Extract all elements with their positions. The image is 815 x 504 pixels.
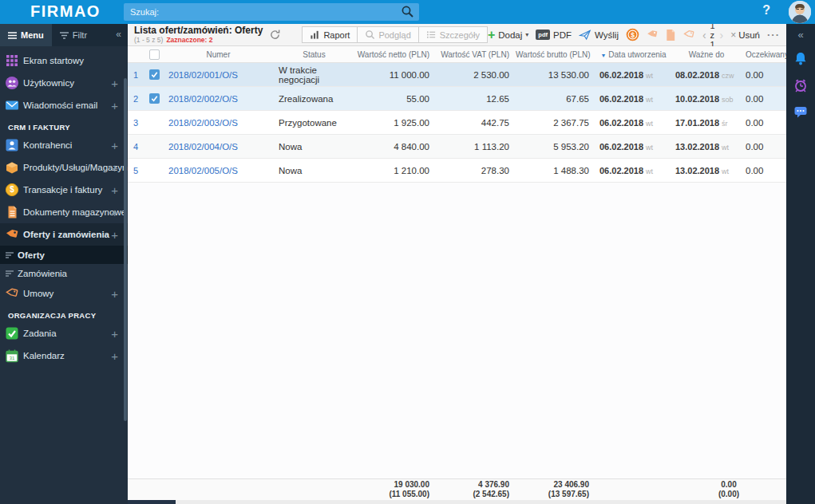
row-checkbox-checked[interactable] — [149, 93, 160, 104]
alarm-clock-icon[interactable] — [793, 77, 809, 93]
sidebar-collapse-icon[interactable]: « — [116, 29, 121, 40]
page-prev-icon[interactable]: ‹ — [702, 29, 706, 41]
sidebar-subitem-label: Zamówienia — [18, 269, 67, 278]
sidebar-item-wiadomosci-email[interactable]: Wiadomości email + — [0, 94, 128, 116]
main-content: Lista ofert/zamówień: Oferty (1 - 5 z 5)… — [128, 24, 786, 504]
report-button[interactable]: Raport — [302, 26, 358, 43]
sidebar-item-oferty-i-zamowienia[interactable]: Oferty i zamówienia + — [0, 223, 128, 246]
offer-number-link[interactable]: 2018/02/005/O/S — [164, 166, 272, 175]
header-netto[interactable]: Wartość netto (PLN) — [356, 50, 436, 59]
sidebar-item-ekran-startowy[interactable]: Ekran startowy — [0, 49, 128, 72]
chat-bubble-icon[interactable] — [793, 104, 809, 120]
sidebar-item-label: Wiadomości email — [23, 100, 97, 110]
offer-status: Zrealizowana — [272, 94, 356, 104]
details-button[interactable]: Szczegóły — [418, 26, 488, 43]
sidebar-item-dokumenty-magazynowe[interactable]: Dokumenty magazynowe + — [0, 201, 128, 223]
send-button[interactable]: Wyślij — [579, 29, 619, 41]
header-created[interactable]: ▼Data utworzenia — [595, 50, 671, 59]
record-range: (1 - 5 z 5)Zaznaczone: 2 — [134, 35, 263, 45]
table-row[interactable]: 4 2018/02/004/O/S Nowa 4 840.00 1 113.20… — [128, 135, 786, 159]
offer-number-link[interactable]: 2018/02/002/O/S — [164, 94, 272, 104]
pdf-button[interactable]: pdf PDF — [536, 30, 572, 40]
sidebar-item-uzytkownicy[interactable]: Użytkownicy + — [0, 72, 128, 94]
add-icon[interactable]: + — [111, 161, 118, 175]
document-icon[interactable] — [665, 29, 676, 41]
details-list-icon — [426, 30, 437, 40]
help-icon[interactable]: ? — [762, 3, 770, 18]
tab-filter[interactable]: Filtr — [52, 24, 95, 46]
row-checkbox-checked[interactable] — [149, 69, 160, 80]
summary-row: 19 030.00(11 055.00) 4 376.90(2 542.65) … — [128, 478, 786, 500]
user-avatar[interactable] — [789, 1, 811, 23]
bar-chart-icon — [310, 30, 320, 40]
svg-text:$: $ — [10, 185, 14, 194]
pdf-label: PDF — [553, 30, 572, 40]
offer-vat: 442.75 — [436, 118, 516, 128]
add-icon[interactable]: + — [111, 228, 118, 242]
search-input[interactable] — [124, 7, 401, 17]
global-search[interactable] — [124, 3, 419, 21]
sidebar-item-kalendarz[interactable]: 31 Kalendarz + — [0, 345, 128, 367]
select-all-checkbox[interactable] — [149, 49, 160, 60]
panel-collapse-icon[interactable]: « — [797, 29, 803, 41]
offer-valid: 10.02.2018sob — [671, 94, 742, 104]
table-row[interactable]: 5 2018/02/005/O/S Nowa 1 210.00 278.30 1… — [128, 159, 786, 183]
add-icon[interactable]: + — [111, 139, 118, 152]
add-button[interactable]: + Dodaj ▾ — [488, 30, 528, 41]
offer-vat: 12.65 — [436, 94, 516, 104]
offer-number-link[interactable]: 2018/02/001/O/S — [164, 70, 272, 80]
header-valid[interactable]: Ważne do — [671, 50, 742, 59]
details-label: Szczegóły — [440, 30, 480, 40]
sidebar-item-transakcje[interactable]: $ Transakcje i faktury + — [0, 179, 128, 201]
add-icon[interactable]: + — [111, 287, 118, 301]
table-row[interactable]: 3 2018/02/003/O/S Przygotowane 1 925.00 … — [128, 111, 786, 135]
sidebar-item-zadania[interactable]: Zadania + — [0, 322, 128, 345]
add-icon[interactable]: + — [111, 183, 118, 197]
preview-magnifier-icon — [365, 30, 375, 40]
header-numer[interactable]: Numer — [164, 50, 272, 59]
sidebar-item-produkty[interactable]: Produkty/Usługi/Magazyn + — [0, 156, 128, 179]
add-icon[interactable]: + — [111, 99, 118, 112]
table-row[interactable]: 1 2018/02/001/O/S W trakcie negocjacji 1… — [128, 63, 786, 87]
offer-number-link[interactable]: 2018/02/003/O/S — [164, 118, 272, 128]
sidebar-item-label: Kontrahenci — [23, 140, 72, 150]
add-icon[interactable]: + — [111, 349, 118, 363]
offer-number-link[interactable]: 2018/02/004/O/S — [164, 142, 272, 152]
header-status[interactable]: Status — [272, 50, 356, 59]
pdf-badge-icon: pdf — [536, 30, 550, 40]
refresh-icon[interactable] — [269, 29, 281, 41]
offer-expected: 0.00 — [742, 142, 786, 152]
header-brutto[interactable]: Wartość brutto (PLN) — [516, 50, 595, 59]
more-actions-icon[interactable]: ··· — [767, 29, 780, 41]
horizontal-scrollbar[interactable] — [128, 500, 786, 504]
tag-icon[interactable] — [646, 29, 659, 41]
table-row[interactable]: 2 2018/02/002/O/S Zrealizowana 55.00 12.… — [128, 87, 786, 111]
preview-button[interactable]: Podgląd — [357, 26, 418, 43]
sidebar-item-label: Oferty i zamówienia — [23, 230, 109, 239]
search-icon[interactable] — [401, 5, 415, 19]
notifications-bell-icon[interactable] — [793, 51, 809, 67]
right-rail: « — [786, 24, 815, 504]
add-icon[interactable]: + — [111, 327, 118, 341]
offer-expected: 0.00 — [742, 94, 786, 104]
sidebar-item-kontrahenci[interactable]: Kontrahenci + — [0, 134, 128, 156]
header-vat[interactable]: Wartość VAT (PLN) — [436, 50, 516, 59]
offer-status: Przygotowane — [272, 118, 356, 128]
summary-vat: 4 376.90(2 542.65) — [436, 480, 516, 499]
warehouse-document-icon — [5, 205, 19, 219]
sidebar-scrollbar[interactable] — [124, 78, 127, 421]
add-icon[interactable]: + — [111, 77, 118, 90]
tag-outline-icon[interactable] — [682, 29, 695, 41]
sidebar-subitem-zamowienia[interactable]: Zamówienia — [0, 264, 128, 282]
tab-menu[interactable]: Menu — [0, 24, 52, 46]
add-icon[interactable]: + — [111, 206, 118, 219]
list-lines-icon — [5, 269, 14, 278]
sidebar-subitem-oferty[interactable]: Oferty — [0, 246, 128, 264]
horizontal-scrollbar-thumb[interactable] — [128, 500, 176, 504]
header-expected[interactable]: Oczekiwany przychód — [742, 50, 786, 59]
sidebar-item-umowy[interactable]: Umowy + — [0, 282, 128, 305]
page-next-icon[interactable]: › — [719, 29, 723, 41]
table-empty-area — [128, 183, 786, 478]
delete-button[interactable]: × Usuń — [730, 30, 760, 41]
money-coin-icon[interactable]: $ — [626, 28, 639, 41]
